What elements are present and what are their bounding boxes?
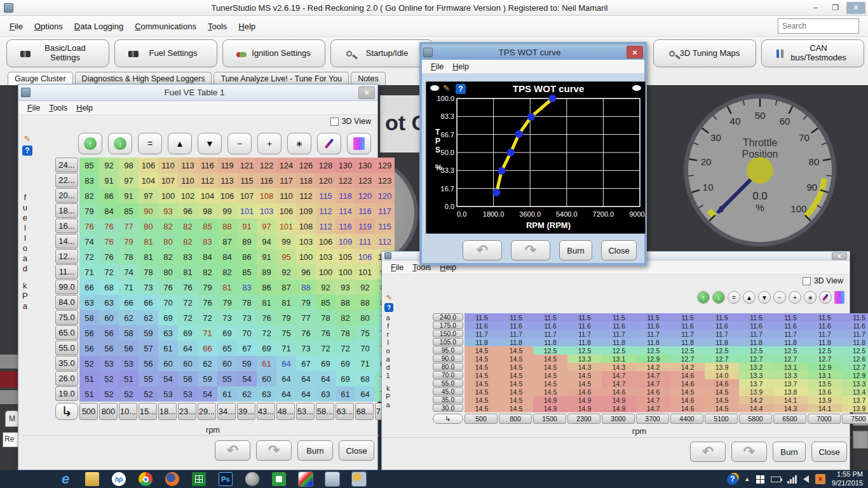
- ve-row-header[interactable]: 84.0: [55, 295, 78, 309]
- taskbar-icon-tunerstudio[interactable]: [299, 472, 313, 486]
- minus-icon[interactable]: −: [773, 291, 786, 304]
- ve-cell[interactable]: 92: [276, 264, 296, 280]
- decrement-icon[interactable]: ▼: [198, 133, 222, 154]
- afr-3dview-checkbox[interactable]: [803, 277, 811, 285]
- ve-cell[interactable]: 60: [158, 356, 178, 371]
- ve-cell[interactable]: 112: [296, 188, 316, 203]
- tps-close-icon[interactable]: ×: [627, 46, 643, 58]
- ve-cell[interactable]: 56: [79, 341, 99, 356]
- ve-cell[interactable]: 128: [316, 158, 336, 173]
- ve-cell[interactable]: 78: [336, 325, 355, 341]
- ve-cell[interactable]: 120: [316, 173, 336, 188]
- afr-cell[interactable]: 14.6: [602, 388, 636, 396]
- ve-col-header[interactable]: 58...: [316, 403, 334, 420]
- ve-cell[interactable]: 102: [178, 188, 198, 203]
- afr-row-header[interactable]: 150.0: [433, 330, 463, 337]
- ve-cell[interactable]: 73: [296, 341, 316, 356]
- afr-cell[interactable]: 14.6: [567, 388, 602, 396]
- afr-cell[interactable]: 14.4: [739, 404, 773, 412]
- afr-col-header[interactable]: 5100: [705, 414, 738, 424]
- ve-undo-button[interactable]: ↶: [215, 440, 250, 461]
- ve-cell[interactable]: 64: [276, 371, 296, 386]
- ve-cell[interactable]: 114: [336, 203, 355, 219]
- afr-cell[interactable]: 11.5: [670, 313, 705, 322]
- ve-cell[interactable]: 95: [276, 249, 296, 264]
- afr-cell[interactable]: 11.5: [773, 313, 808, 322]
- afr-cell[interactable]: 14.5: [499, 404, 533, 412]
- ve-cell[interactable]: 63: [79, 295, 99, 310]
- ve-cell[interactable]: 61: [257, 356, 276, 371]
- afr-cell[interactable]: 14.5: [465, 379, 499, 388]
- ve-cell[interactable]: 104: [198, 188, 217, 203]
- afr-cell[interactable]: 11.7: [670, 330, 705, 338]
- ve-cell[interactable]: 91: [119, 188, 139, 203]
- ve-cell[interactable]: 91: [237, 219, 257, 234]
- afr-cell[interactable]: 11.7: [705, 330, 739, 338]
- scale-up-icon[interactable]: ↑: [78, 133, 102, 154]
- multiply-icon[interactable]: ∗: [287, 133, 311, 154]
- ve-cell[interactable]: 72: [99, 264, 119, 280]
- afr-cell[interactable]: 14.5: [499, 355, 533, 363]
- ve-cell[interactable]: 51: [119, 371, 139, 386]
- ve-cell[interactable]: 124: [276, 158, 296, 173]
- ve-cell[interactable]: 100: [316, 264, 336, 280]
- ve-cell[interactable]: 84: [198, 249, 217, 264]
- ve-cell[interactable]: 59: [198, 371, 217, 386]
- ve-cell[interactable]: 68: [355, 371, 375, 386]
- ve-cell[interactable]: 61: [336, 386, 355, 402]
- ve-cell[interactable]: 52: [99, 371, 119, 386]
- tps-titlebar[interactable]: TPS WOT curve ×: [422, 44, 644, 60]
- afr-cell[interactable]: 12.5: [533, 346, 567, 355]
- ve-burn-button[interactable]: Burn: [297, 440, 333, 461]
- maximize-button[interactable]: ❐: [826, 2, 845, 14]
- afr-cell[interactable]: 11.7: [499, 330, 533, 338]
- afr-cell[interactable]: 11.6: [773, 322, 808, 330]
- ve-cell[interactable]: 82: [158, 219, 178, 234]
- edit-pencil-icon[interactable]: ✎: [24, 134, 31, 144]
- ve-cell[interactable]: 66: [119, 295, 139, 310]
- taskbar-icon-file-explorer[interactable]: [85, 472, 99, 486]
- ve-cell[interactable]: 75: [276, 325, 296, 341]
- plus-icon[interactable]: +: [789, 291, 801, 304]
- afr-cell[interactable]: 11.6: [842, 322, 868, 330]
- afr-cell[interactable]: 11.7: [533, 330, 567, 338]
- afr-cell[interactable]: 14.5: [670, 388, 705, 396]
- afr-col-header[interactable]: 5800: [739, 414, 772, 424]
- afr-cell[interactable]: 12.5: [567, 346, 602, 355]
- ve-cell[interactable]: 81: [257, 295, 276, 310]
- afr-cell[interactable]: 14.5: [465, 371, 499, 379]
- menu-communications[interactable]: Communications: [130, 20, 201, 33]
- afr-cell[interactable]: 14.5: [705, 404, 739, 412]
- ve-cell[interactable]: 96: [178, 203, 198, 219]
- ve-cell[interactable]: 101: [355, 264, 375, 280]
- menu-help[interactable]: Help: [234, 20, 260, 33]
- ve-cell[interactable]: 98: [119, 158, 139, 173]
- toolbar-button-basic-load-settings[interactable]: Basic/Load Settings: [6, 39, 109, 67]
- ve-cell[interactable]: 112: [316, 203, 336, 219]
- taskbar-icon-firefox[interactable]: [165, 472, 179, 486]
- afr-cell[interactable]: 13.9: [739, 388, 773, 396]
- afr-col-header[interactable]: 4400: [670, 414, 703, 424]
- ve-cell[interactable]: 88: [296, 280, 316, 295]
- ve-cell[interactable]: 52: [79, 356, 99, 371]
- ve-cell[interactable]: 81: [139, 234, 158, 249]
- ve-cell[interactable]: 74: [119, 264, 139, 280]
- gradient-icon[interactable]: [834, 291, 844, 304]
- afr-redo-button[interactable]: ↷: [731, 442, 767, 462]
- ve-cell[interactable]: 109: [336, 234, 355, 249]
- afr-cell[interactable]: 12.5: [842, 346, 868, 355]
- afr-cell[interactable]: 11.5: [499, 313, 533, 322]
- ve-cell[interactable]: 97: [257, 219, 276, 234]
- ve-cell[interactable]: 108: [296, 219, 316, 234]
- ve-cell[interactable]: 52: [99, 386, 119, 402]
- ve-cell[interactable]: 103: [316, 249, 336, 264]
- afr-cell[interactable]: 14.5: [465, 346, 499, 355]
- ve-col-header[interactable]: 18...: [158, 403, 177, 420]
- ve-cell[interactable]: 106: [139, 158, 158, 173]
- ve-cell[interactable]: 91: [99, 173, 119, 188]
- ve-cell[interactable]: 53: [99, 356, 119, 371]
- afr-cell[interactable]: 12.5: [773, 346, 808, 355]
- ve-cell[interactable]: 107: [237, 188, 257, 203]
- ve-cell[interactable]: 120: [375, 188, 395, 203]
- close-button[interactable]: ×: [846, 2, 865, 14]
